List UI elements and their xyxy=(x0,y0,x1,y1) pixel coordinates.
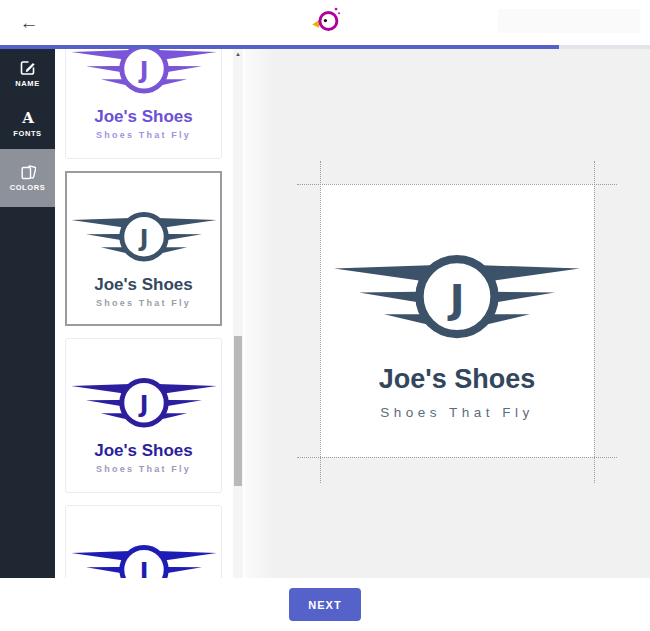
logo-variant-card-blue[interactable]: J xyxy=(65,505,222,578)
crop-guide-vertical-left xyxy=(320,161,321,483)
winged-circle-logo: J xyxy=(70,202,218,269)
preview-logo-name: Joe's Shoes xyxy=(379,366,536,393)
sidebar-item-fonts[interactable]: A FONTS xyxy=(0,99,55,149)
letter-a-icon: A xyxy=(20,110,36,126)
scrollbar-thumb[interactable] xyxy=(234,336,242,486)
next-button[interactable]: NEXT xyxy=(289,588,361,621)
logo-tagline: Shoes That Fly xyxy=(96,464,191,474)
back-button[interactable]: ← xyxy=(14,8,44,38)
svg-text:J: J xyxy=(137,56,148,84)
svg-text:A: A xyxy=(21,110,34,126)
header-placeholder-box xyxy=(498,9,640,33)
scroll-up-arrow-icon[interactable]: ▲ xyxy=(233,49,243,59)
winged-circle-logo: J xyxy=(332,238,582,351)
logo-tagline: Shoes That Fly xyxy=(96,130,191,140)
sidebar-item-name[interactable]: NAME xyxy=(0,49,55,99)
svg-text:J: J xyxy=(137,390,148,418)
logo-name: Joe's Shoes xyxy=(94,276,193,293)
sidebar-item-colors[interactable]: COLORS xyxy=(0,149,55,207)
svg-text:J: J xyxy=(137,224,148,252)
winged-circle-logo: J xyxy=(70,368,218,435)
logo-variant-list: J Joe's Shoes Shoes That Fly xyxy=(55,49,245,578)
preview-area: J Joe's Shoes Shoes That Fly xyxy=(245,49,650,578)
logo-variant-card-purple[interactable]: J Joe's Shoes Shoes That Fly xyxy=(65,49,222,159)
brand-bird-logo-icon xyxy=(308,4,342,42)
winged-circle-logo: J xyxy=(70,49,218,101)
crop-guide-horizontal-top xyxy=(297,184,617,185)
logo-tagline: Shoes That Fly xyxy=(96,298,191,308)
app-window: ← NAME xyxy=(0,0,650,631)
variant-cards: J Joe's Shoes Shoes That Fly xyxy=(65,49,222,578)
sidebar-item-label: COLORS xyxy=(10,183,46,192)
crop-guide-vertical-right xyxy=(594,161,595,483)
preview-logo-tagline: Shoes That Fly xyxy=(380,405,534,420)
logo-variant-card-indigo[interactable]: J Joe's Shoes Shoes That Fly xyxy=(65,338,222,493)
sidebar: NAME A FONTS COLORS xyxy=(0,49,55,578)
logo-name: Joe's Shoes xyxy=(94,442,193,459)
logo-name: Joe's Shoes xyxy=(94,108,193,125)
logo-variant-card-slate-selected[interactable]: J Joe's Shoes Shoes That Fly xyxy=(65,171,222,326)
svg-text:J: J xyxy=(137,557,148,578)
color-swatch-icon xyxy=(20,164,36,180)
svg-text:J: J xyxy=(447,276,465,322)
scrollbar[interactable]: ▲ xyxy=(233,49,243,578)
main-body: NAME A FONTS COLORS xyxy=(0,49,650,578)
sidebar-item-label: FONTS xyxy=(13,129,41,138)
crop-guide-horizontal-bottom xyxy=(297,457,617,458)
edit-pencil-icon xyxy=(20,60,36,76)
top-bar: ← xyxy=(0,0,650,45)
logo-canvas: J Joe's Shoes Shoes That Fly xyxy=(320,184,594,457)
sidebar-item-label: NAME xyxy=(15,79,39,88)
footer-bar: NEXT xyxy=(0,578,650,631)
winged-circle-logo: J xyxy=(70,535,218,578)
